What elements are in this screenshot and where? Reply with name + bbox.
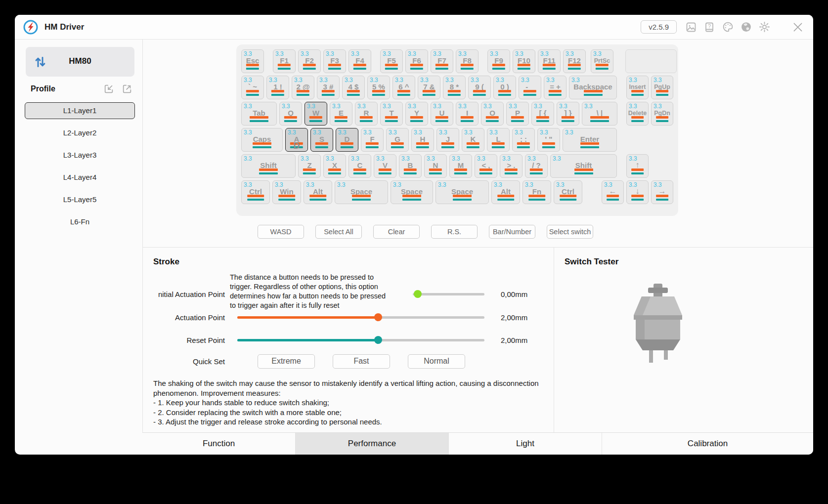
reset-point-track[interactable]: [237, 339, 484, 341]
key-lctrl[interactable]: 3.3Ctrl: [241, 180, 270, 204]
key-t[interactable]: 3.3T: [380, 102, 403, 126]
key-delete[interactable]: 3.3Delete: [626, 102, 649, 126]
key-tab[interactable]: 3.3Tab: [241, 102, 277, 126]
key-backslash[interactable]: 3.3\ |: [582, 102, 617, 126]
palette-icon[interactable]: [721, 20, 735, 34]
key-z[interactable]: 3.3Z: [298, 154, 321, 178]
key-enter[interactable]: 3.3Enter: [563, 128, 617, 152]
key-c[interactable]: 3.3C: [349, 154, 371, 178]
key-h[interactable]: 3.3H: [411, 128, 434, 152]
key-lshift[interactable]: 3.3Shift: [241, 154, 296, 178]
key-equal[interactable]: 3.3= +: [544, 76, 567, 99]
initial-actuation-point-slider[interactable]: [237, 289, 484, 299]
key-w[interactable]: 3.3W: [305, 102, 327, 126]
key-l[interactable]: 3.3L: [487, 128, 510, 152]
extreme-button[interactable]: Extreme: [258, 354, 315, 369]
key-rctrl[interactable]: 3.3Ctrl: [554, 180, 582, 204]
initial-actuation-point-thumb[interactable]: [414, 290, 422, 298]
actuation-point-thumb[interactable]: [374, 313, 382, 321]
key-f8[interactable]: 3.3F8: [456, 49, 479, 73]
layer-item-l4-layer4[interactable]: L4-Layer4: [25, 169, 135, 186]
key-s[interactable]: 3.3S: [310, 128, 333, 152]
device-selector[interactable]: HM80: [26, 47, 134, 77]
key-o[interactable]: 3.3O: [481, 102, 504, 126]
key-y[interactable]: 3.3Y: [405, 102, 428, 126]
wasd-button[interactable]: WASD: [258, 225, 304, 239]
key-d[interactable]: 3.3D: [336, 128, 358, 152]
key-f7[interactable]: 3.3F7: [431, 49, 453, 73]
close-icon[interactable]: [790, 20, 805, 35]
key-lalt[interactable]: 3.3Alt: [304, 180, 332, 204]
key-arrow-left[interactable]: 3.3←: [602, 180, 624, 204]
key-f5[interactable]: 3.3F5: [380, 49, 403, 73]
key-2[interactable]: 3.32 @: [292, 76, 314, 99]
key-x[interactable]: 3.3X: [323, 154, 346, 178]
key-slash[interactable]: 3.3/ ?: [525, 154, 548, 178]
reset-point-slider[interactable]: [237, 335, 484, 345]
export-icon[interactable]: [122, 84, 132, 94]
version-badge[interactable]: v2.5.9: [641, 20, 677, 34]
key-quote[interactable]: 3.3' ": [537, 128, 560, 152]
key-arrow-down[interactable]: 3.3↓: [626, 180, 649, 204]
actuation-point-track[interactable]: [237, 316, 484, 319]
key-f4[interactable]: 3.3F4: [349, 49, 371, 73]
key-caps[interactable]: 3.3Caps: [241, 128, 283, 152]
key-j[interactable]: 3.3J: [436, 128, 459, 152]
layer-item-l1-layer1[interactable]: L1-Layer1: [25, 102, 135, 119]
key-f6[interactable]: 3.3F6: [405, 49, 428, 73]
actuation-point-slider[interactable]: [237, 312, 484, 323]
key-f[interactable]: 3.3F: [361, 128, 384, 152]
key-ralt[interactable]: 3.3Alt: [491, 180, 520, 204]
key-f10[interactable]: 3.3F10: [513, 49, 535, 73]
key-minus[interactable]: 3.3- _: [519, 76, 541, 99]
key-i[interactable]: 3.3I: [456, 102, 479, 126]
key-semicolon[interactable]: 3.3; :: [512, 128, 535, 152]
key-q[interactable]: 3.3Q: [279, 102, 302, 126]
key-8[interactable]: 3.38 *: [443, 76, 466, 99]
tab-calibration[interactable]: Calibration: [602, 433, 813, 455]
key-4[interactable]: 3.34 $: [342, 76, 365, 99]
clear-button[interactable]: Clear: [373, 225, 420, 239]
key-win[interactable]: 3.3Win: [272, 180, 301, 204]
key-7[interactable]: 3.37 &: [418, 76, 440, 99]
key-period[interactable]: 3.3> .: [500, 154, 523, 178]
key-3[interactable]: 3.33 #: [317, 76, 340, 99]
key-pgdn[interactable]: 3.3PgDn: [651, 102, 673, 126]
help-icon[interactable]: ?: [702, 20, 716, 34]
key-arrow-up[interactable]: 3.3↑: [626, 154, 649, 178]
layer-item-l6-fn[interactable]: L6-Fn: [25, 213, 135, 230]
key-g[interactable]: 3.3G: [386, 128, 409, 152]
key-0[interactable]: 3.30 ): [493, 76, 516, 99]
key-n[interactable]: 3.3N: [424, 154, 447, 178]
initial-actuation-point-track[interactable]: [413, 293, 484, 295]
key-f1[interactable]: 3.3F1: [273, 49, 296, 73]
key-9[interactable]: 3.39 (: [468, 76, 491, 99]
key-1[interactable]: 3.31 !: [266, 76, 289, 99]
key-m[interactable]: 3.3M: [449, 154, 472, 178]
key-p[interactable]: 3.3P: [506, 102, 529, 126]
key-prtsc[interactable]: 3.3PrtSc: [591, 49, 613, 73]
key-6[interactable]: 3.36 ^: [392, 76, 415, 99]
key-k[interactable]: 3.3K: [462, 128, 484, 152]
key-space-3[interactable]: 3.3Space: [436, 180, 489, 204]
import-icon[interactable]: [103, 84, 114, 94]
key-backspace[interactable]: 3.3Backspace: [569, 76, 617, 99]
key-space-1[interactable]: 3.3Space: [335, 180, 388, 204]
reset-point-thumb[interactable]: [374, 336, 382, 344]
key-comma[interactable]: 3.3< ,: [475, 154, 497, 178]
key-v[interactable]: 3.3V: [374, 154, 396, 178]
key-f11[interactable]: 3.3F11: [538, 49, 561, 73]
image-icon[interactable]: [684, 20, 698, 34]
key-5[interactable]: 3.35 %: [367, 76, 390, 99]
key-pgup[interactable]: 3.3PgUp: [651, 76, 673, 99]
key-e[interactable]: 3.3E: [330, 102, 352, 126]
key-insert[interactable]: 3.3Insert: [626, 76, 649, 99]
select-switch-button[interactable]: Select switch: [547, 225, 593, 239]
key-grave[interactable]: 3.3` ~: [241, 76, 264, 99]
key-lbracket[interactable]: 3.3[ {: [531, 102, 554, 126]
key-rshift[interactable]: 3.3Shift: [550, 154, 617, 178]
key-r[interactable]: 3.3R: [355, 102, 378, 126]
key-u[interactable]: 3.3U: [431, 102, 453, 126]
layer-item-l3-layer3[interactable]: L3-Layer3: [25, 147, 135, 164]
select-all-button[interactable]: Select All: [315, 225, 362, 239]
